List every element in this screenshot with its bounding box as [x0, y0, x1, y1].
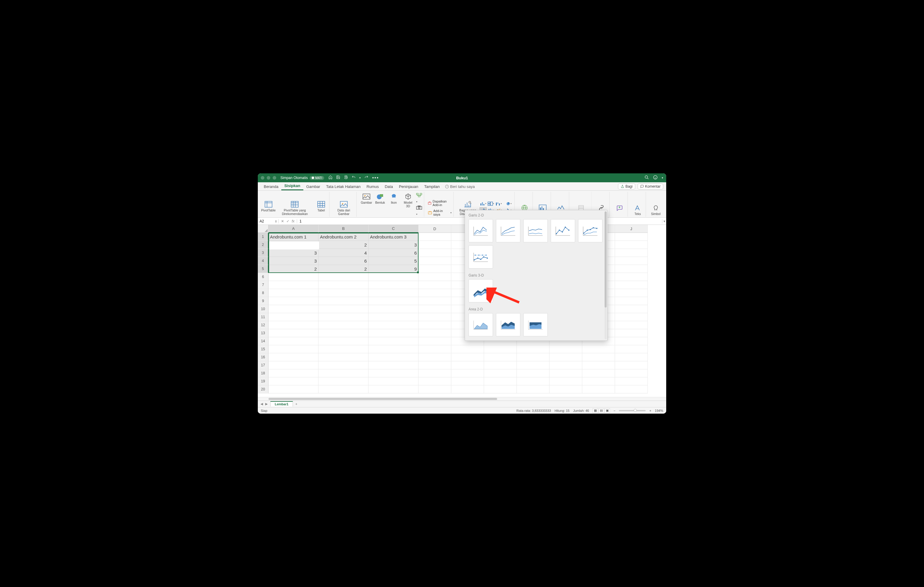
smartart-icon[interactable]: ▾ — [416, 193, 422, 204]
cell[interactable] — [368, 305, 419, 313]
cell[interactable]: 6 — [318, 257, 368, 265]
cell[interactable] — [484, 377, 517, 385]
cell[interactable] — [318, 321, 368, 329]
icons-button[interactable]: Ikon — [388, 192, 400, 205]
cell[interactable] — [419, 321, 451, 329]
cell[interactable] — [318, 329, 368, 337]
tab-tampilan[interactable]: Tampilan — [421, 183, 443, 190]
symbol-button[interactable]: Simbol — [650, 204, 662, 216]
recommended-pivottable-button[interactable]: PivotTable yang Direkomendasikan — [276, 200, 314, 216]
cell[interactable] — [615, 281, 648, 289]
cell[interactable] — [269, 337, 318, 345]
cell[interactable] — [318, 281, 368, 289]
cell[interactable] — [549, 369, 582, 377]
home-icon[interactable] — [328, 175, 333, 181]
cell[interactable]: 2 — [269, 265, 318, 273]
data-from-picture-button[interactable]: Data dari Gambar — [333, 200, 355, 216]
cell[interactable] — [368, 289, 419, 297]
cell[interactable] — [368, 321, 419, 329]
traffic-lights[interactable] — [261, 176, 276, 179]
cell[interactable] — [582, 353, 615, 361]
cell[interactable]: 9 — [368, 265, 419, 273]
cell[interactable] — [419, 345, 451, 353]
view-pagelayout-icon[interactable]: ▤ — [599, 408, 604, 413]
cell[interactable] — [419, 369, 451, 377]
add-sheet-button[interactable]: ＋ — [295, 402, 298, 406]
cell[interactable] — [368, 313, 419, 321]
cell[interactable] — [582, 369, 615, 377]
cell[interactable] — [419, 281, 451, 289]
row-header[interactable]: 15 — [258, 345, 269, 353]
cell[interactable] — [582, 361, 615, 369]
screenshot-icon[interactable]: ▾ — [416, 206, 422, 216]
cell[interactable] — [582, 345, 615, 353]
cell[interactable] — [484, 385, 517, 393]
cell[interactable] — [368, 361, 419, 369]
cell[interactable] — [419, 273, 451, 281]
col-header[interactable]: B — [318, 225, 368, 233]
tab-peninjauan[interactable]: Peninjauan — [396, 183, 421, 190]
chart-option-100pct-line-markers[interactable] — [469, 245, 493, 268]
cell[interactable] — [484, 353, 517, 361]
view-pagebreak-icon[interactable]: ▣ — [605, 408, 610, 413]
row-header[interactable]: 19 — [258, 377, 269, 385]
cell[interactable]: 3 — [368, 241, 419, 249]
namebox-stepper-icon[interactable]: ▴▾ — [276, 220, 277, 223]
col-header[interactable]: C — [368, 225, 419, 233]
cell[interactable] — [484, 369, 517, 377]
cell[interactable] — [517, 377, 549, 385]
cell[interactable] — [615, 329, 648, 337]
row-header[interactable]: 20 — [258, 385, 269, 393]
cell[interactable]: Androbuntu.com 1 — [269, 233, 318, 241]
print-icon[interactable] — [344, 175, 348, 181]
cell[interactable]: 4 — [318, 249, 368, 257]
cell[interactable] — [318, 297, 368, 305]
cell[interactable] — [615, 361, 648, 369]
cell[interactable] — [368, 329, 419, 337]
zoom-in-button[interactable]: + — [649, 409, 651, 413]
chart-option-stacked-area[interactable] — [496, 313, 520, 336]
cell[interactable] — [419, 265, 451, 273]
cell[interactable] — [269, 345, 318, 353]
cell[interactable] — [368, 337, 419, 345]
column-chart-button[interactable]: ▾ — [480, 201, 487, 207]
row-header[interactable]: 9 — [258, 297, 269, 305]
pivottable-button[interactable]: PivotTable — [262, 200, 275, 213]
cell[interactable] — [318, 377, 368, 385]
cell[interactable] — [615, 369, 648, 377]
shapes-button[interactable]: Bentuk — [374, 192, 386, 205]
expand-formula-bar-icon[interactable]: ▾ — [662, 219, 666, 223]
cell[interactable]: Androbuntu.com 2 — [318, 233, 368, 241]
overflow-icon[interactable]: ••• — [372, 175, 379, 181]
cell[interactable] — [318, 345, 368, 353]
row-header[interactable]: 13 — [258, 329, 269, 337]
row-header[interactable]: 11 — [258, 313, 269, 321]
sheet-tab[interactable]: Lembar1 — [270, 401, 293, 406]
cell[interactable] — [517, 369, 549, 377]
cell[interactable] — [451, 385, 484, 393]
get-addins-button[interactable]: Dapatkan Add-in — [428, 199, 452, 207]
cell[interactable] — [419, 289, 451, 297]
cancel-formula-icon[interactable]: ✕ — [281, 219, 284, 223]
tell-me-search[interactable]: Beri tahu saya — [445, 184, 475, 190]
cell[interactable] — [269, 273, 318, 281]
search-icon[interactable] — [645, 175, 649, 181]
cell[interactable] — [615, 313, 648, 321]
cell[interactable]: Androbuntu.com 3 — [368, 233, 419, 241]
row-header[interactable]: 18 — [258, 369, 269, 377]
cell[interactable] — [419, 337, 451, 345]
row-header[interactable]: 16 — [258, 353, 269, 361]
cell[interactable] — [615, 249, 648, 257]
cell[interactable] — [615, 233, 648, 241]
cell[interactable] — [368, 385, 419, 393]
tab-sisipkan[interactable]: Sisipkan — [281, 182, 303, 190]
cell[interactable] — [318, 305, 368, 313]
cell[interactable] — [549, 377, 582, 385]
row-header[interactable]: 17 — [258, 361, 269, 369]
row-header[interactable]: 10 — [258, 305, 269, 313]
cell[interactable] — [269, 377, 318, 385]
cell[interactable] — [615, 385, 648, 393]
cell[interactable] — [419, 313, 451, 321]
cell[interactable] — [269, 313, 318, 321]
cell[interactable] — [419, 305, 451, 313]
